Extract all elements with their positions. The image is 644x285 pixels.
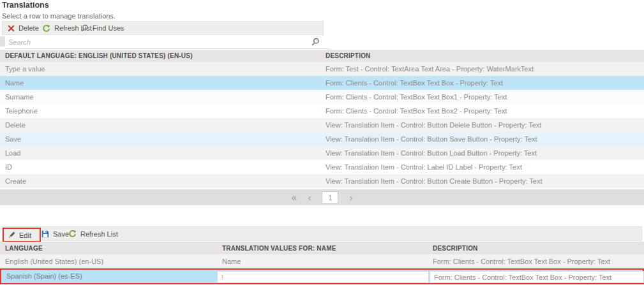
column-default-language: DEFAULT LANGUAGE: ENGLISH (UNITED STATES… [5,50,193,62]
row-description: Form: Clients - Control: TextBox Text Bo… [433,254,610,268]
row-description: View: Translation Item - Control: Button… [326,146,537,160]
row-description: View: Translation Item - Control: Button… [326,132,537,146]
edit-button[interactable]: Edit [8,229,31,241]
translations-table: DEFAULT LANGUAGE: ENGLISH (UNITED STATES… [0,50,644,188]
find-uses-button[interactable]: Find Uses [80,22,124,34]
page-subtitle: Select a row to manage translations. [2,12,116,20]
floppy-save-icon [41,230,49,238]
row-value: Save [5,132,21,146]
column-description: DESCRIPTION [326,50,371,62]
pagination-previous-button[interactable]: ‹ [308,193,311,202]
row-value: Create [5,174,26,188]
top-toolbar: Delete Refresh List Find Uses [2,21,324,35]
refresh-list-bottom-label: Refresh List [80,230,118,238]
row-description: View: Translation Item - Control: Label … [326,160,522,174]
row-value: Telephone [5,104,38,118]
pagination-page-input[interactable]: 1 [322,191,338,204]
table-row[interactable]: Delete View: Translation Item - Control:… [0,118,644,132]
row-description: Form: Clients - Control: TextBox Text Bo… [326,104,507,118]
refresh-list-button-bottom[interactable]: Refresh List [68,227,118,240]
pencil-icon [8,231,16,239]
column-language: LANGUAGE [5,242,43,254]
delete-x-icon [8,25,15,32]
edit-button-label: Edit [19,231,31,239]
row-value: Type a value [5,62,45,76]
refresh-icon [42,24,50,33]
delete-button[interactable]: Delete [8,22,39,34]
table-row[interactable]: Telephone Form: Clients - Control: TextB… [0,104,644,118]
row-description: View: Translation Item - Control: Button… [326,118,541,132]
row-value: Surname [5,90,34,104]
language-row-english[interactable]: English (United States) (en-US) Name For… [0,254,644,268]
table-row[interactable]: Load View: Translation Item - Control: B… [0,146,644,160]
search-input[interactable] [5,36,330,49]
column-description: DESCRIPTION [433,242,478,254]
table-row[interactable]: Create View: Translation Item - Control:… [0,174,644,188]
page-title: Translations [2,1,49,10]
delete-button-label: Delete [19,24,39,32]
search-icon[interactable] [311,38,320,47]
table-row[interactable]: Save View: Translation Item - Control: B… [0,132,644,146]
language-table-header: LANGUAGE TRANSLATION VALUES FOR: NAME DE… [0,242,644,254]
row-description: Form: Clients - Control: TextBox Text Bo… [326,90,507,104]
save-button[interactable]: Save [41,227,69,240]
language-row-spanish-editing[interactable]: Spanish (Spain) (es-ES) ! Form: Clients … [0,268,644,284]
row-description: Form: Clients - Control: TextBox Text Bo… [326,76,503,90]
translation-value: Name [222,254,241,268]
find-uses-button-label: Find Uses [93,24,124,32]
row-value: Load [5,146,20,160]
pagination-bar: « ‹ 1 › [0,189,644,205]
description-input[interactable]: Form: Clients - Control: TextBox Text Bo… [430,271,644,283]
annotation-highlight-edit: Edit [3,228,41,242]
pagination-first-button[interactable]: « [292,193,297,203]
refresh-icon [68,230,77,238]
table-row[interactable]: Surname Form: Clients - Control: TextBox… [0,90,644,104]
row-description: Form: Test - Control: TextArea Text Area… [326,62,534,76]
row-value: Name [5,76,24,90]
table-row[interactable]: Type a value Form: Test - Control: TextA… [0,62,644,76]
save-button-label: Save [53,230,69,238]
table-row-selected[interactable]: Name Form: Clients - Control: TextBox Te… [0,76,644,90]
column-translation-values: TRANSLATION VALUES FOR: NAME [222,242,336,254]
language-name: Spanish (Spain) (es-ES) [6,269,82,282]
search-left-notch [0,36,5,47]
magnifier-icon [80,24,89,33]
table-row[interactable]: ID View: Translation Item - Control: Lab… [0,160,644,174]
translation-value-input[interactable]: ! [217,271,429,283]
row-description: View: Translation Item - Control: Button… [326,174,543,188]
bottom-toolbar: Edit Save Refresh List [2,226,642,241]
row-value: Delete [5,118,26,132]
language-name: English (United States) (en-US) [5,254,103,268]
translations-table-header: DEFAULT LANGUAGE: ENGLISH (UNITED STATES… [0,50,644,62]
row-value: ID [5,160,12,174]
pagination-next-button[interactable]: › [349,193,352,202]
